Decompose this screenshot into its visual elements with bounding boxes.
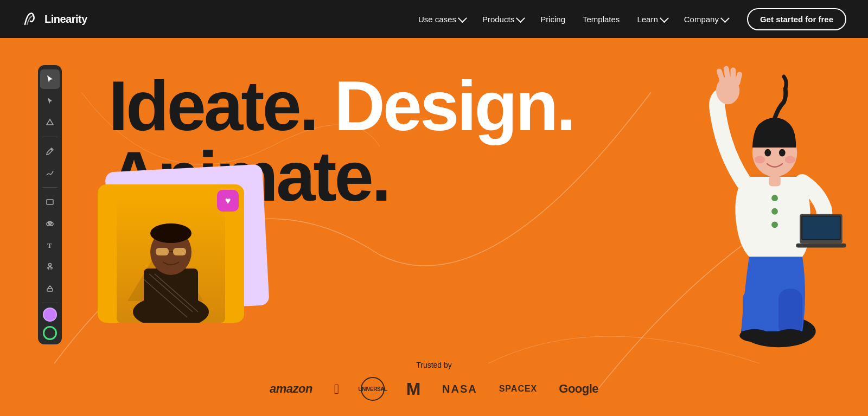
fill-color-swatch[interactable]: [43, 308, 57, 322]
nasa-logo: NASA: [442, 383, 477, 395]
chevron-down-icon: [458, 14, 467, 23]
chevron-down-icon: [720, 14, 730, 23]
svg-rect-43: [769, 176, 781, 187]
trusted-section: Trusted by amazon  UNIVERSAL M NASA SPA…: [244, 361, 624, 401]
design-preview: ♥: [98, 168, 271, 342]
toolbar-divider: [42, 137, 58, 137]
nav-item-pricing[interactable]: Pricing: [534, 10, 572, 28]
spacex-logo: SPACEX: [499, 384, 538, 394]
text-tool[interactable]: T: [40, 235, 60, 255]
ideate-text: Ideate.: [108, 66, 334, 145]
person-svg: [117, 203, 225, 323]
trusted-label: Trusted by: [244, 361, 624, 369]
apple-logo: : [334, 381, 339, 398]
universal-logo: UNIVERSAL: [361, 377, 385, 401]
svg-point-25: [771, 195, 778, 201]
svg-line-29: [719, 71, 723, 81]
pen-tool[interactable]: [40, 142, 60, 161]
hero-line1: Ideate. Design.: [108, 71, 574, 141]
logo-icon: [22, 10, 39, 28]
svg-rect-17: [173, 248, 186, 255]
svg-point-42: [785, 156, 796, 164]
selection-handle-tl: [98, 184, 100, 187]
character-illustration: [694, 54, 857, 353]
logo-text: Linearity: [44, 13, 87, 25]
nav-item-products[interactable]: Products: [476, 10, 529, 28]
nav-item-company[interactable]: Company: [678, 10, 734, 28]
preview-main-card: ♥: [98, 184, 244, 323]
character-svg: [694, 54, 857, 353]
selection-handle-br: [242, 321, 244, 323]
svg-rect-7: [47, 289, 53, 291]
nav-item-learn[interactable]: Learn: [630, 10, 673, 28]
svg-point-19: [150, 223, 192, 243]
logo[interactable]: Linearity: [22, 10, 87, 28]
rectangle-tool[interactable]: [40, 192, 60, 212]
svg-point-6: [49, 264, 52, 266]
hero-section: T Ideate. Design. Animate. Get started: [0, 38, 868, 416]
shape-tool[interactable]: [40, 214, 60, 233]
svg-point-24: [775, 329, 805, 342]
svg-text:T: T: [47, 241, 52, 249]
erase-tool[interactable]: [40, 279, 60, 298]
navigation: Linearity Use cases Products Pricing Tem…: [0, 0, 868, 38]
chevron-down-icon: [516, 14, 525, 23]
puppet-tool[interactable]: [40, 257, 60, 277]
brush-tool[interactable]: [40, 163, 60, 183]
stroke-color-swatch[interactable]: [43, 326, 57, 340]
chevron-down-icon: [660, 14, 669, 23]
svg-point-26: [771, 208, 778, 215]
svg-line-30: [726, 69, 728, 79]
nav-item-templates[interactable]: Templates: [576, 10, 626, 28]
heart-badge: ♥: [217, 190, 239, 212]
get-started-button[interactable]: Get started for free: [747, 8, 846, 30]
svg-point-40: [779, 149, 786, 157]
svg-rect-37: [802, 217, 840, 239]
svg-point-39: [764, 149, 771, 157]
svg-point-41: [755, 156, 765, 164]
person-image: [117, 198, 225, 323]
trusted-logos-row: amazon  UNIVERSAL M NASA SPACEX Google: [244, 377, 624, 401]
selection-handle-bl: [98, 321, 100, 323]
svg-rect-16: [156, 248, 169, 255]
selection-handle-tr: [242, 184, 244, 187]
nav-links: Use cases Products Pricing Templates Lea…: [412, 10, 734, 28]
transform-tool[interactable]: [40, 113, 60, 132]
arrow-tool[interactable]: [40, 91, 60, 111]
mcdonalds-logo: M: [406, 379, 420, 399]
design-text: Design.: [334, 66, 574, 145]
nav-item-use-cases[interactable]: Use cases: [412, 10, 471, 28]
svg-rect-1: [47, 200, 53, 204]
svg-point-27: [771, 221, 778, 228]
tool-panel: T: [38, 65, 62, 344]
cursor-tool[interactable]: [40, 69, 60, 89]
toolbar-divider: [42, 187, 58, 188]
svg-point-23: [739, 329, 769, 342]
svg-point-0: [51, 149, 53, 151]
google-logo: Google: [559, 382, 598, 396]
svg-line-32: [737, 74, 739, 83]
amazon-logo: amazon: [270, 382, 312, 396]
toolbar-divider: [42, 303, 58, 303]
svg-rect-36: [796, 244, 846, 248]
